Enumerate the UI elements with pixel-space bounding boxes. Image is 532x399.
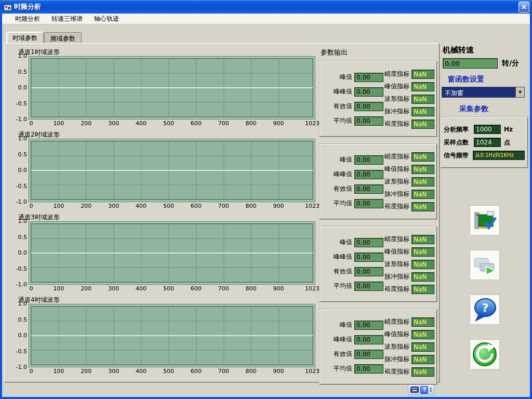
param-row: 波形指标NaN xyxy=(383,260,434,269)
param-value: NaN xyxy=(411,119,434,129)
chart-title: 通道2时域波形 xyxy=(10,130,315,139)
param-row: 峰值指标NaN xyxy=(383,82,434,91)
window-function-value: 不加窗 xyxy=(442,87,515,97)
param-group-1: 峰值0.00峰峰值0.00有效值0.00平均值0.00峭度指标NaN峰值指标Na… xyxy=(320,61,437,137)
arrow-down-icon[interactable]: ▾ xyxy=(430,390,432,393)
param-row: 峭度指标NaN xyxy=(383,70,434,79)
param-row: 峰峰值0.00 xyxy=(322,170,383,179)
y-tick-label: -0.5 xyxy=(16,100,27,107)
chart-block-1: 通道1时域波形1.00.50.0-0.5-1.00100200300400500… xyxy=(10,48,315,127)
plot-surface xyxy=(31,223,313,283)
menu-item-axis-orbit[interactable]: 轴心轨迹 xyxy=(88,14,125,24)
param-value: 0.00 xyxy=(354,321,383,330)
x-tick-label: 100 xyxy=(53,203,64,209)
plot-area xyxy=(29,56,315,119)
param-label: 峰值指标 xyxy=(383,247,411,256)
y-tick-label: -0.5 xyxy=(16,182,27,189)
y-tick-label: 1.0 xyxy=(18,135,28,142)
param-value: NaN xyxy=(411,190,434,199)
y-tick-label: -0.5 xyxy=(16,348,27,354)
param-label: 峰值指标 xyxy=(383,330,411,339)
param-value: 0.00 xyxy=(354,238,383,247)
window-title: 时频分析 xyxy=(14,2,518,11)
param-label: 平均值 xyxy=(322,199,354,208)
daq-card-button[interactable] xyxy=(470,205,500,235)
param-value: NaN xyxy=(411,235,434,244)
y-tick-label: 0.5 xyxy=(18,233,28,240)
param-label: 裕度指标 xyxy=(383,202,411,211)
param-values-left: 峰值0.00峰峰值0.00有效值0.00平均值0.00 xyxy=(322,229,383,299)
x-tick-label: 700 xyxy=(218,203,229,209)
x-tick-label: 400 xyxy=(136,203,147,209)
waveform-chart: 1.00.50.0-0.5-1.0 xyxy=(10,221,315,285)
x-tick-label: 100 xyxy=(53,120,64,127)
y-tick-label: -0.5 xyxy=(16,265,27,272)
x-tick-label: 900 xyxy=(273,203,284,209)
param-label: 裕度指标 xyxy=(383,119,411,128)
help-button[interactable]: ? xyxy=(470,295,500,325)
x-axis: 01002003004005006007008009001023 xyxy=(31,119,312,127)
x-tick-label: 0 xyxy=(30,203,33,209)
x-tick-label: 0 xyxy=(30,368,33,375)
x-tick-label: 1023 xyxy=(305,285,320,292)
param-values-left: 峰值0.00峰峰值0.00有效值0.00平均值0.00 xyxy=(322,312,383,382)
speed-row: 0.00 转/分 xyxy=(443,58,529,69)
param-group-4: 峰值0.00峰峰值0.00有效值0.00平均值0.00峭度指标NaN峰值指标Na… xyxy=(320,309,437,384)
param-row: 有效值0.00 xyxy=(322,350,383,359)
menu-item-speed-3d-spectrum[interactable]: 转速三维谱 xyxy=(46,14,88,24)
speed-value: 0.00 xyxy=(443,58,498,69)
chevron-down-icon[interactable]: ▼ xyxy=(515,87,524,97)
close-button[interactable]: × xyxy=(518,2,529,12)
param-value: NaN xyxy=(411,260,434,269)
sample-count-value[interactable]: 1024 xyxy=(474,138,501,147)
waveform-chart: 1.00.50.0-0.5-1.0 xyxy=(10,304,315,367)
param-value: NaN xyxy=(411,272,434,282)
y-axis: 1.00.50.0-0.5-1.0 xyxy=(10,221,29,285)
params-column: 参数输出 峰值0.00峰峰值0.00有效值0.00平均值0.00峭度指标NaN峰… xyxy=(320,48,437,392)
tab-time-domain[interactable]: 时域参数 xyxy=(6,32,44,43)
x-tick-label: 400 xyxy=(136,120,147,127)
param-label: 有效值 xyxy=(322,102,354,111)
tray-options-arrows[interactable]: ▴ ▾ xyxy=(430,387,432,393)
refresh-button[interactable] xyxy=(470,339,500,369)
param-label: 脉冲指标 xyxy=(383,190,411,198)
tray-help-button[interactable]: ? xyxy=(420,386,428,394)
param-label: 平均值 xyxy=(322,282,354,290)
x-tick-label: 600 xyxy=(191,120,202,127)
x-tick-label: 300 xyxy=(108,285,119,292)
param-value: NaN xyxy=(411,342,434,352)
window-function-title: 窗函数设置 xyxy=(448,75,529,84)
menu-bar: 时频分析 转速三维谱 轴心轨迹 xyxy=(2,14,530,24)
x-tick-label: 700 xyxy=(218,368,229,375)
acq-row-samples: 采样点数 1024 点 xyxy=(444,138,525,147)
param-label: 脉冲指标 xyxy=(383,107,411,116)
window-function-dropdown[interactable]: 不加窗 ▼ xyxy=(442,87,525,98)
help-icon: ? xyxy=(472,297,498,323)
param-value: NaN xyxy=(411,70,434,79)
daq-card-icon xyxy=(472,208,497,233)
app-window: 时频分析 × 时频分析 转速三维谱 轴心轨迹 时域参数 频域参数 通道1时域波形… xyxy=(0,0,532,399)
x-tick-label: 200 xyxy=(81,203,91,209)
param-value: NaN xyxy=(411,177,434,187)
y-tick-label: -1.0 xyxy=(16,364,27,370)
keyboard-icon[interactable] xyxy=(410,387,419,393)
x-tick-label: 300 xyxy=(108,368,119,375)
param-value: 0.00 xyxy=(354,335,383,344)
analysis-frequency-value[interactable]: 1000 xyxy=(474,125,501,134)
device-idle-button[interactable] xyxy=(470,250,500,280)
param-value: 0.00 xyxy=(354,252,383,262)
param-label: 峰峰值 xyxy=(322,252,354,261)
tab-frequency-domain[interactable]: 频域参数 xyxy=(44,32,82,43)
language-bar[interactable]: ? ▴ ▾ xyxy=(408,384,434,395)
param-label: 峭度指标 xyxy=(383,317,411,326)
x-tick-label: 100 xyxy=(53,368,64,375)
x-axis: 01002003004005006007008009001023 xyxy=(31,367,312,375)
param-value: 0.00 xyxy=(354,184,383,194)
param-label: 裕度指标 xyxy=(383,367,411,376)
param-value: 0.00 xyxy=(354,87,383,97)
param-row: 峰值指标NaN xyxy=(383,165,434,174)
chart-title: 通道1时域波形 xyxy=(10,48,315,56)
param-label: 波形指标 xyxy=(383,342,411,351)
x-tick-label: 400 xyxy=(136,368,147,375)
menu-item-time-frequency[interactable]: 时频分析 xyxy=(9,14,46,24)
